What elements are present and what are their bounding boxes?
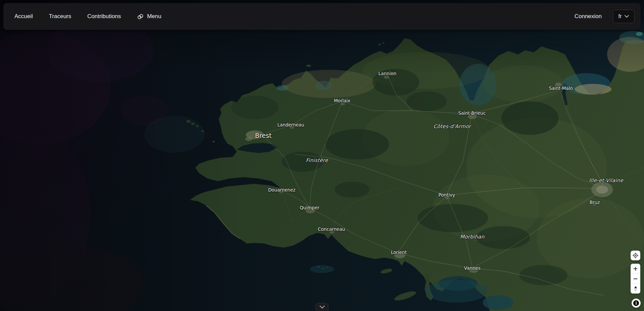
chevron-down-icon — [625, 15, 629, 18]
nav-item-traceurs[interactable]: Traceurs — [49, 13, 71, 20]
compass-needle-icon — [633, 286, 638, 292]
info-icon: i — [633, 300, 639, 306]
crosshair-locate-icon — [632, 252, 639, 259]
map-canvas[interactable]: LannionSaint-MaloMorlaixSaint-BrieucLand… — [0, 0, 644, 311]
geolocate-button[interactable] — [631, 251, 640, 260]
language-value: fr — [619, 13, 622, 19]
chevron-down-icon — [319, 305, 325, 309]
info-button[interactable]: i — [632, 299, 641, 308]
zoom-control-group: + − — [631, 264, 640, 294]
link-rings-icon — [137, 13, 144, 20]
nav-item-accueil[interactable]: Accueil — [14, 13, 33, 20]
nav-right-group: Connexion fr — [575, 10, 635, 23]
app-window: LannionSaint-MaloMorlaixSaint-BrieucLand… — [0, 0, 644, 311]
navbar: Accueil Traceurs Contributions Menu Conn… — [3, 3, 641, 30]
nav-left-group: Accueil Traceurs Contributions Menu — [14, 13, 161, 20]
nav-menu-label: Menu — [147, 13, 161, 20]
expand-chevron-button[interactable] — [316, 303, 328, 311]
nav-item-contributions[interactable]: Contributions — [87, 13, 121, 20]
zoom-out-button[interactable]: − — [631, 273, 640, 283]
nav-item-menu[interactable]: Menu — [137, 13, 161, 20]
zoom-in-button[interactable]: + — [631, 264, 640, 273]
map-satellite-art — [0, 0, 644, 311]
compass-button[interactable] — [631, 283, 640, 294]
nav-item-connexion[interactable]: Connexion — [575, 13, 602, 20]
language-select[interactable]: fr — [613, 10, 635, 23]
